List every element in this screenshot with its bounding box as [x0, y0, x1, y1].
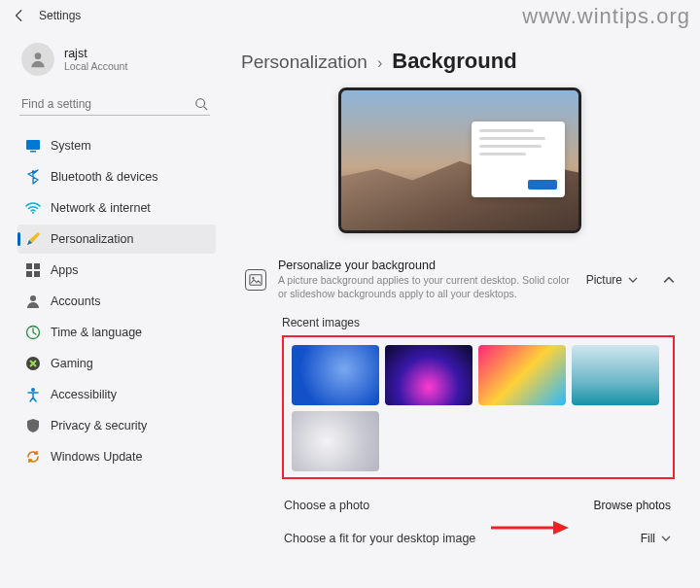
nav-label: Bluetooth & devices	[51, 170, 158, 184]
breadcrumb-parent[interactable]: Personalization	[241, 52, 368, 73]
svg-rect-14	[250, 274, 262, 285]
personalize-background-section[interactable]: Personalize your background A picture ba…	[241, 251, 679, 308]
svg-rect-7	[34, 263, 40, 269]
svg-point-0	[35, 52, 42, 59]
chevron-down-icon	[628, 275, 638, 285]
breadcrumb-current: Background	[392, 49, 516, 74]
sidebar: rajst Local Account System Bluetooth & d…	[0, 31, 224, 588]
back-button[interactable]	[12, 8, 27, 23]
search-input[interactable]	[21, 97, 194, 111]
clock-icon	[25, 325, 41, 340]
nav-bluetooth[interactable]: Bluetooth & devices	[18, 162, 216, 191]
nav-label: Network & internet	[51, 201, 151, 215]
browse-photos-button[interactable]: Browse photos	[594, 499, 671, 512]
wifi-icon	[25, 200, 41, 216]
nav-label: Personalization	[51, 232, 133, 246]
accessibility-icon	[25, 387, 41, 402]
main-panel: Personalization › Background	[224, 31, 700, 588]
dropdown-value: Picture	[586, 273, 622, 287]
section-title: Personalize your background	[278, 259, 573, 272]
background-type-dropdown[interactable]: Picture	[584, 269, 640, 291]
svg-line-2	[204, 107, 208, 111]
nav-apps[interactable]: Apps	[18, 256, 216, 285]
desktop-preview	[338, 87, 581, 233]
svg-rect-4	[30, 151, 36, 153]
svg-rect-8	[26, 271, 32, 277]
nav-label: System	[51, 139, 91, 153]
dropdown-value: Fill	[641, 532, 655, 545]
system-icon	[25, 138, 41, 154]
recent-image-thumb[interactable]	[292, 345, 379, 405]
window-title: Settings	[39, 9, 81, 22]
nav-privacy[interactable]: Privacy & security	[18, 411, 216, 440]
choose-photo-label: Choose a photo	[284, 499, 369, 512]
nav-label: Accessibility	[51, 388, 117, 401]
nav-gaming[interactable]: Gaming	[18, 349, 216, 378]
section-desc: A picture background applies to your cur…	[278, 274, 573, 300]
choose-fit-label: Choose a fit for your desktop image	[284, 532, 475, 545]
choose-fit-row: Choose a fit for your desktop image Fill	[241, 522, 679, 555]
accounts-icon	[25, 294, 41, 309]
recent-image-thumb[interactable]	[572, 345, 659, 405]
paintbrush-icon	[25, 231, 41, 247]
bluetooth-icon	[25, 169, 41, 185]
recent-images-heading: Recent images	[282, 316, 679, 329]
recent-image-thumb[interactable]	[478, 345, 566, 405]
nav-label: Apps	[51, 263, 79, 277]
svg-point-15	[252, 277, 254, 279]
svg-point-10	[30, 295, 36, 301]
recent-image-thumb[interactable]	[292, 411, 379, 471]
svg-point-1	[196, 99, 205, 108]
choose-photo-row: Choose a photo Browse photos	[241, 489, 679, 522]
nav-label: Time & language	[51, 326, 142, 339]
chevron-up-icon[interactable]	[663, 274, 675, 286]
nav-label: Privacy & security	[51, 419, 147, 432]
nav-accessibility[interactable]: Accessibility	[18, 380, 216, 409]
chevron-down-icon	[661, 534, 671, 543]
recent-image-thumb[interactable]	[385, 345, 472, 405]
user-account-block[interactable]: rajst Local Account	[18, 35, 216, 87]
nav-system[interactable]: System	[18, 131, 216, 160]
breadcrumb: Personalization › Background	[241, 49, 679, 74]
gaming-icon	[25, 356, 41, 371]
nav-time-language[interactable]: Time & language	[18, 318, 216, 347]
nav-network[interactable]: Network & internet	[18, 193, 216, 223]
nav-personalization[interactable]: Personalization	[18, 225, 216, 254]
svg-rect-9	[34, 271, 40, 277]
watermark: www.wintips.org	[522, 4, 690, 29]
nav-label: Windows Update	[51, 450, 143, 464]
svg-rect-6	[26, 263, 32, 269]
svg-rect-3	[26, 140, 40, 150]
picture-icon	[245, 269, 266, 291]
recent-images-box	[282, 335, 675, 479]
nav-label: Gaming	[51, 357, 93, 370]
nav-accounts[interactable]: Accounts	[18, 287, 216, 316]
apps-icon	[25, 262, 41, 278]
fit-dropdown[interactable]: Fill	[641, 532, 671, 545]
avatar	[21, 43, 54, 76]
update-icon	[25, 449, 41, 465]
svg-point-5	[32, 212, 34, 214]
nav-label: Accounts	[51, 294, 100, 308]
search-icon	[194, 97, 208, 111]
user-account-type: Local Account	[64, 60, 127, 72]
shield-icon	[25, 418, 41, 433]
nav-windows-update[interactable]: Windows Update	[18, 442, 216, 471]
breadcrumb-separator: ›	[377, 54, 382, 72]
user-name: rajst	[64, 47, 127, 60]
search-field[interactable]	[19, 93, 210, 116]
svg-point-13	[31, 388, 35, 392]
